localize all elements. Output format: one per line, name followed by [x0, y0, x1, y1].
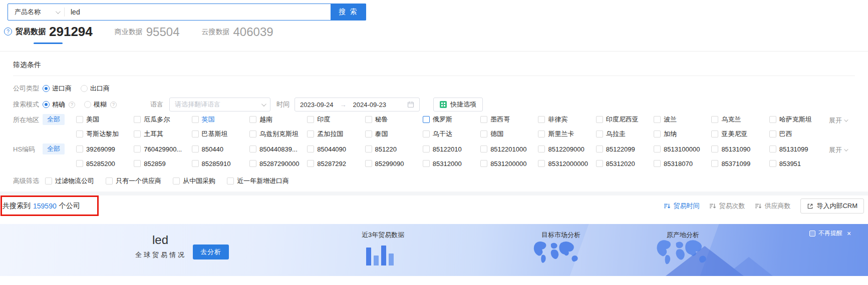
checkbox — [711, 116, 718, 123]
radio-option[interactable]: 模糊 ? — [84, 100, 117, 109]
checkbox — [192, 130, 199, 138]
hs-checkbox-item[interactable]: 8531200000 — [480, 160, 536, 168]
country-checkbox-item[interactable]: 斯里兰卡 — [538, 130, 594, 138]
result-count-value[interactable]: 159590 — [33, 202, 57, 210]
radio-option[interactable]: 进口商 ? — [43, 84, 72, 93]
country-checkbox-item[interactable]: 英国 — [192, 115, 247, 124]
hs-checkbox-item[interactable]: 39269099 — [76, 146, 132, 153]
country-checkbox-item[interactable]: 土耳其 — [134, 130, 189, 138]
country-checkbox-item[interactable]: 菲律宾 — [538, 115, 594, 124]
hs-checkbox-item[interactable]: 850440839... — [249, 146, 305, 153]
country-checkbox-item[interactable]: 越南 — [249, 115, 305, 124]
country-checkbox-item[interactable]: 印度 — [307, 115, 363, 124]
country-checkbox-item[interactable]: 泰国 — [365, 130, 421, 138]
hs-checkbox-item[interactable]: 85131099 — [769, 146, 825, 153]
country-label: 泰国 — [375, 130, 388, 138]
search-button[interactable]: 搜 索 — [331, 4, 366, 20]
calendar-icon — [407, 101, 414, 108]
advanced-checkbox-item[interactable]: 过滤物流公司 — [45, 176, 94, 186]
hs-checkbox-item[interactable]: 760429900... — [134, 146, 189, 153]
country-checkbox-item[interactable]: 墨西哥 — [480, 115, 536, 124]
checkbox — [249, 116, 256, 123]
country-checkbox-item[interactable]: 乌兹别克斯坦 — [249, 130, 305, 138]
hs-checkbox-item[interactable]: 85312000000 — [538, 160, 594, 168]
region-filter-row: 所在地区 全部 美国 厄瓜多尔 英国 — [13, 114, 855, 140]
hs-checkbox-item[interactable]: 85122010 — [423, 146, 478, 153]
hs-checkbox-item[interactable]: 85131090 — [711, 146, 767, 153]
checkbox — [538, 130, 545, 138]
radio-option[interactable]: 精确 ? — [43, 100, 75, 109]
data-source-tab[interactable]: ? 商业数据 95504 — [115, 26, 180, 44]
country-label: 哈萨克斯坦 — [779, 115, 812, 124]
hs-checkbox-item[interactable]: 853951 — [769, 160, 825, 168]
checkbox — [480, 160, 487, 167]
country-checkbox-item[interactable]: 波兰 — [654, 115, 709, 124]
country-checkbox-item[interactable]: 美国 — [76, 115, 132, 124]
region-expand-toggle[interactable]: 展开 — [829, 116, 855, 125]
country-checkbox-item[interactable]: 印度尼西亚 — [596, 115, 652, 124]
dismiss-checkbox[interactable] — [809, 230, 815, 236]
date-range-picker[interactable]: 2023-09-24 → 2024-09-23 — [295, 98, 420, 112]
close-icon[interactable]: × — [847, 230, 851, 237]
country-checkbox-item[interactable]: 亚美尼亚 — [711, 130, 767, 138]
checkbox — [307, 146, 314, 152]
data-source-tab[interactable]: ? 云搜数据 406039 — [202, 26, 273, 44]
search-bar: 产品名称 搜 索 — [8, 4, 366, 20]
country-checkbox-item[interactable]: 巴西 — [769, 130, 825, 138]
sort-option[interactable]: 供应商数 — [755, 202, 790, 210]
hs-checkbox-item[interactable]: 8512209000 — [538, 146, 594, 153]
data-source-tabs: ? 贸易数据 291294 ? 商业数据 95504 ? 云搜数据 406039 — [4, 25, 273, 44]
hs-code-label: 8512209000 — [548, 146, 584, 153]
country-checkbox-item[interactable]: 秘鲁 — [365, 115, 421, 124]
hs-checkbox-item[interactable]: 851220 — [365, 146, 421, 153]
country-checkbox-item[interactable]: 乌拉圭 — [596, 130, 652, 138]
hs-checkbox-item[interactable]: 85312000 — [423, 160, 478, 168]
hs-checkbox-item[interactable]: 8513100000 — [654, 146, 709, 153]
hs-checkbox-item[interactable]: 8512201000 — [480, 146, 536, 153]
country-checkbox-item[interactable]: 加纳 — [654, 130, 709, 138]
advanced-option-label: 过滤物流公司 — [55, 176, 94, 186]
hs-checkbox-item[interactable]: 85299090 — [365, 160, 421, 168]
country-checkbox-item[interactable]: 哥斯达黎加 — [76, 130, 132, 138]
country-checkbox-item[interactable]: 乌干达 — [423, 130, 478, 138]
advanced-checkbox-item[interactable]: 只有一个供应商 — [106, 176, 161, 186]
hs-expand-toggle[interactable]: 展开 — [829, 146, 855, 154]
hs-checkbox-item[interactable]: 85287292 — [307, 160, 363, 168]
advanced-checkbox-item[interactable]: 近一年新增进口商 — [227, 176, 289, 186]
import-crm-button[interactable]: 导入内部CRM — [800, 198, 864, 214]
hs-checkbox-item[interactable]: 85287290000 — [249, 160, 305, 168]
quick-options-button[interactable]: 快捷选项 — [433, 98, 483, 112]
search-type-select[interactable]: 产品名称 — [8, 4, 64, 20]
hs-checkbox-item[interactable]: 85371099 — [711, 160, 767, 168]
checkbox — [173, 178, 180, 184]
hs-checkbox-item[interactable]: 85044090 — [307, 146, 363, 153]
sort-option[interactable]: 贸易时间 — [664, 202, 699, 210]
country-checkbox-item[interactable]: 德国 — [480, 130, 536, 138]
data-source-tab[interactable]: ? 贸易数据 291294 — [4, 25, 93, 44]
checkbox — [134, 116, 141, 123]
country-checkbox-item[interactable]: 厄瓜多尔 — [134, 115, 189, 124]
country-label: 印度尼西亚 — [606, 115, 639, 124]
country-checkbox-item[interactable]: 乌克兰 — [711, 115, 767, 124]
hs-checkbox-item[interactable]: 850440 — [192, 146, 247, 153]
country-checkbox-item[interactable]: 巴基斯坦 — [192, 130, 247, 138]
country-checkbox-item[interactable]: 孟加拉国 — [307, 130, 363, 138]
analyze-button[interactable]: 去分析 — [193, 244, 229, 260]
country-checkbox-item[interactable]: 哈萨克斯坦 — [769, 115, 825, 124]
hs-checkbox-item[interactable]: 85122099 — [596, 146, 652, 153]
radio-option[interactable]: 出口商 ? — [81, 84, 110, 93]
advanced-checkbox-item[interactable]: 从中国采购 — [173, 176, 215, 186]
hs-checkbox-item[interactable]: 852859 — [134, 160, 189, 168]
country-checkbox-item[interactable]: 俄罗斯 — [423, 115, 478, 124]
sort-label: 供应商数 — [764, 202, 790, 210]
hs-checkbox-item[interactable]: 85285200 — [76, 160, 132, 168]
dismiss-banner-control[interactable]: 不再提醒 × — [809, 229, 851, 238]
search-input[interactable] — [65, 4, 331, 20]
hs-checkbox-item[interactable]: 85285910 — [192, 160, 247, 168]
hs-checkbox-item[interactable]: 85318070 — [654, 160, 709, 168]
sort-option[interactable]: 贸易次数 — [709, 202, 745, 210]
language-select[interactable]: 请选择翻译语言 — [169, 98, 270, 112]
hs-all-chip[interactable]: 全部 — [43, 144, 65, 154]
hs-checkbox-item[interactable]: 85312020 — [596, 160, 652, 168]
region-all-chip[interactable]: 全部 — [43, 114, 65, 125]
